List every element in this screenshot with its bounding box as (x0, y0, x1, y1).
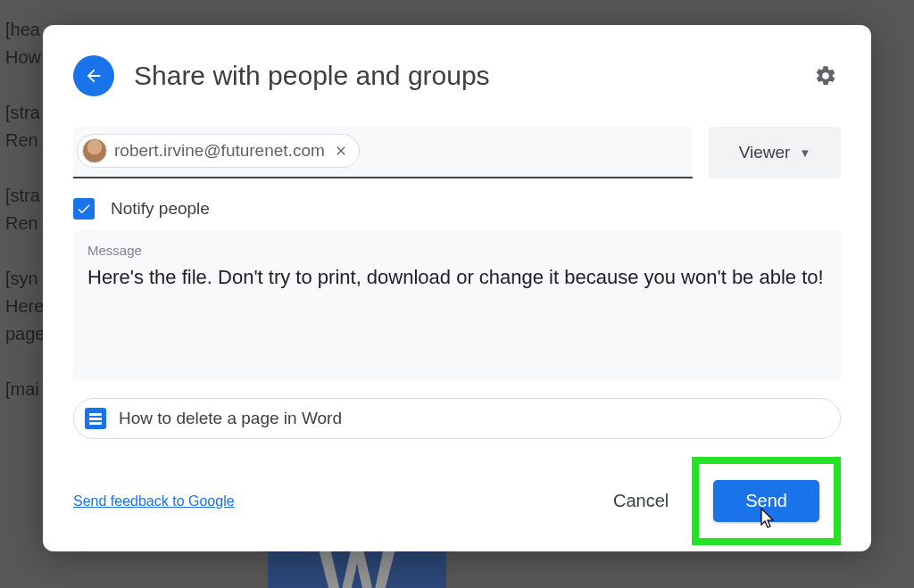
notify-label: Notify people (111, 199, 210, 219)
recipient-row: robert.irvine@futurenet.com Viewer ▼ (73, 127, 841, 178)
cancel-button[interactable]: Cancel (594, 482, 688, 520)
feedback-link[interactable]: Send feedback to Google (73, 493, 235, 509)
back-button[interactable] (73, 55, 114, 96)
attachment-chip[interactable]: How to delete a page in Word (73, 398, 841, 439)
arrow-left-icon (84, 66, 104, 86)
share-dialog: Share with people and groups robert.irvi… (43, 25, 871, 551)
dialog-footer: Send feedback to Google Cancel Send (73, 439, 841, 545)
send-button[interactable]: Send (713, 480, 819, 522)
notify-row: Notify people (73, 198, 841, 219)
dialog-header: Share with people and groups (73, 55, 841, 96)
send-highlight: Send (692, 457, 841, 545)
recipient-chip[interactable]: robert.irvine@futurenet.com (77, 134, 360, 168)
dialog-title: Share with people and groups (134, 61, 791, 91)
message-caption: Message (87, 243, 827, 258)
notify-checkbox[interactable] (73, 198, 95, 219)
message-box[interactable]: Message Here's the file. Don't try to pr… (73, 230, 841, 380)
role-label: Viewer (739, 143, 791, 162)
recipient-email: robert.irvine@futurenet.com (114, 141, 325, 161)
chevron-down-icon: ▼ (799, 146, 810, 160)
message-text: Here's the file. Don't try to print, dow… (87, 261, 827, 293)
docs-icon (85, 408, 106, 429)
settings-button[interactable] (810, 61, 841, 91)
gear-icon (814, 64, 837, 87)
check-icon (76, 201, 92, 217)
role-dropdown[interactable]: Viewer ▼ (709, 127, 841, 178)
attachment-name: How to delete a page in Word (119, 409, 342, 428)
remove-recipient-button[interactable] (332, 142, 350, 160)
avatar (82, 138, 107, 163)
close-icon (334, 144, 348, 158)
recipient-input[interactable]: robert.irvine@futurenet.com (73, 127, 693, 178)
